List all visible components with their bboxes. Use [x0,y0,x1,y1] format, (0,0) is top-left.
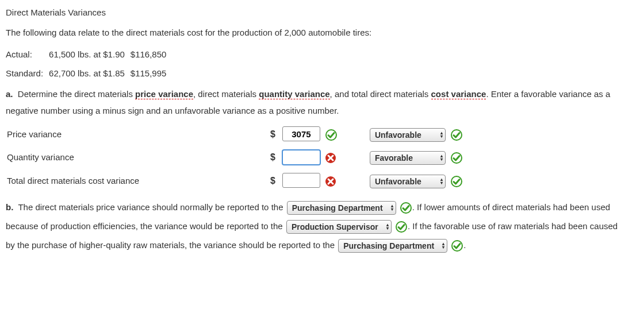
standard-amt: $115,995 [131,64,172,83]
total-variance-label: Total direct materials cost variance [7,170,269,192]
select-value: Unfavorable [375,177,421,186]
standard-qty: 62,700 lbs. at $1.85 [49,64,131,83]
chevron-updown-icon [442,240,444,252]
row-price-variance: Price variance $ Unfavorable [7,123,466,145]
actual-qty: 61,500 lbs. at $1.90 [49,45,131,64]
prompt-text: Determine the direct materials [18,89,135,99]
dollar-sign: $ [270,176,278,186]
select-value: Unfavorable [375,130,421,140]
x-icon [325,176,336,187]
chevron-updown-icon [440,129,443,141]
part-a-lead: a. [6,89,13,99]
select-value: Purchasing Department [343,241,434,250]
part-b-lead: b. [6,202,13,212]
prompt-text: , direct materials [193,89,259,99]
check-icon [325,129,338,141]
chevron-updown-icon [391,202,393,214]
report-to-select-3[interactable]: Purchasing Department [338,239,447,253]
report-to-select-2[interactable]: Production Supervisor [286,220,392,234]
actual-amt: $116,850 [131,45,172,64]
x-icon [325,152,336,164]
price-fav-select[interactable]: Unfavorable [370,128,446,142]
prompt-text: The direct materials price variance shou… [18,202,283,212]
row-total-variance: Total direct materials cost variance $ U… [7,170,466,192]
term-cost-variance: cost variance [431,89,486,99]
price-variance-label: Price variance [7,123,269,145]
dollar-sign: $ [270,152,278,162]
table-row: Actual: 61,500 lbs. at $1.90 $116,850 [6,45,172,64]
term-quantity-variance: quantity variance [259,89,329,99]
actual-label: Actual: [6,45,49,64]
page-title: Direct Materials Variances [6,5,627,21]
answer-grid: Price variance $ Unfavorable Quantity va… [6,122,467,193]
given-data-table: Actual: 61,500 lbs. at $1.90 $116,850 St… [6,45,172,83]
check-icon [395,221,408,233]
check-icon [450,129,463,141]
select-value: Purchasing Department [292,203,383,213]
check-icon [451,240,463,252]
select-value: Favorable [375,153,413,163]
select-value: Production Supervisor [292,222,378,231]
part-a-prompt: a. Determine the direct materials price … [6,86,627,119]
price-variance-input[interactable] [282,126,320,141]
dollar-sign: $ [270,129,278,139]
total-fav-select[interactable]: Unfavorable [370,175,446,188]
total-variance-input[interactable] [282,173,320,188]
report-to-select-1[interactable]: Purchasing Department [287,201,396,215]
intro-text: The following data relate to the direct … [6,25,627,41]
chevron-updown-icon [440,175,443,188]
chevron-updown-icon [386,221,389,233]
check-icon [400,202,412,214]
quantity-variance-input[interactable] [282,150,320,165]
table-row: Standard: 62,700 lbs. at $1.85 $115,995 [6,64,172,83]
quantity-fav-select[interactable]: Favorable [370,151,446,165]
quantity-variance-label: Quantity variance [7,146,269,168]
prompt-text: . [463,240,466,250]
term-price-variance: price variance [135,89,193,99]
check-icon [450,175,463,188]
chevron-updown-icon [440,152,443,164]
standard-label: Standard: [6,64,49,83]
part-b-prompt: b. The direct materials price variance s… [6,198,627,254]
row-quantity-variance: Quantity variance $ Favorable [7,146,466,168]
prompt-text: , and total direct materials [330,89,431,99]
check-icon [450,152,463,164]
